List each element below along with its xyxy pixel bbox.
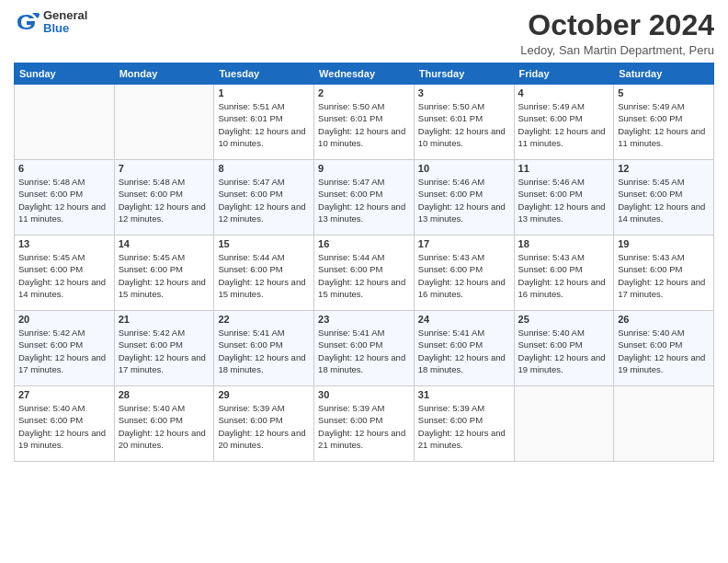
- location-title: Ledoy, San Martin Department, Peru: [520, 43, 714, 57]
- day-info: Sunrise: 5:46 AMSunset: 6:00 PMDaylight:…: [418, 176, 510, 224]
- calendar-cell: 18Sunrise: 5:43 AMSunset: 6:00 PMDayligh…: [514, 236, 614, 311]
- day-number: 2: [318, 87, 410, 98]
- day-number: 20: [18, 314, 110, 325]
- day-info: Sunrise: 5:50 AMSunset: 6:01 PMDaylight:…: [318, 100, 410, 149]
- day-info: Sunrise: 5:43 AMSunset: 6:00 PMDaylight:…: [418, 251, 510, 300]
- day-info: Sunrise: 5:45 AMSunset: 6:00 PMDaylight:…: [618, 176, 710, 224]
- col-saturday: Saturday: [614, 63, 714, 85]
- day-number: 12: [618, 163, 710, 174]
- calendar-table: Sunday Monday Tuesday Wednesday Thursday…: [14, 63, 714, 462]
- day-info: Sunrise: 5:42 AMSunset: 6:00 PMDaylight:…: [119, 327, 210, 375]
- calendar-cell: 22Sunrise: 5:41 AMSunset: 6:00 PMDayligh…: [214, 311, 314, 386]
- day-number: 5: [618, 87, 710, 98]
- day-number: 26: [618, 314, 710, 325]
- day-info: Sunrise: 5:46 AMSunset: 6:00 PMDaylight:…: [518, 176, 610, 224]
- calendar-cell: 11Sunrise: 5:46 AMSunset: 6:00 PMDayligh…: [514, 160, 614, 236]
- calendar-cell: 9Sunrise: 5:47 AMSunset: 6:00 PMDaylight…: [314, 160, 415, 236]
- day-info: Sunrise: 5:39 AMSunset: 6:00 PMDaylight:…: [418, 402, 510, 451]
- day-number: 6: [18, 163, 110, 174]
- calendar-cell: 26Sunrise: 5:40 AMSunset: 6:00 PMDayligh…: [614, 311, 714, 386]
- col-friday: Friday: [514, 63, 614, 85]
- calendar-cell: 27Sunrise: 5:40 AMSunset: 6:00 PMDayligh…: [15, 386, 115, 462]
- day-info: Sunrise: 5:41 AMSunset: 6:00 PMDaylight:…: [218, 327, 310, 375]
- calendar-cell: 5Sunrise: 5:49 AMSunset: 6:00 PMDaylight…: [614, 85, 714, 160]
- calendar-cell: [514, 386, 614, 462]
- calendar-cell: [614, 386, 714, 462]
- day-number: 31: [418, 389, 510, 400]
- day-info: Sunrise: 5:44 AMSunset: 6:00 PMDaylight:…: [318, 251, 410, 300]
- calendar-cell: 21Sunrise: 5:42 AMSunset: 6:00 PMDayligh…: [114, 311, 214, 386]
- calendar-cell: 13Sunrise: 5:45 AMSunset: 6:00 PMDayligh…: [15, 236, 115, 311]
- day-info: Sunrise: 5:51 AMSunset: 6:01 PMDaylight:…: [218, 100, 310, 149]
- calendar-cell: 3Sunrise: 5:50 AMSunset: 6:01 PMDaylight…: [414, 85, 514, 160]
- calendar-cell: 12Sunrise: 5:45 AMSunset: 6:00 PMDayligh…: [614, 160, 714, 236]
- day-number: 1: [218, 87, 310, 98]
- page: General Blue October 2024 Ledoy, San Mar…: [0, 0, 728, 563]
- day-info: Sunrise: 5:45 AMSunset: 6:00 PMDaylight:…: [119, 251, 210, 300]
- day-info: Sunrise: 5:42 AMSunset: 6:00 PMDaylight:…: [18, 327, 110, 375]
- calendar-cell: 31Sunrise: 5:39 AMSunset: 6:00 PMDayligh…: [414, 386, 514, 462]
- day-number: 11: [518, 163, 610, 174]
- header: General Blue October 2024 Ledoy, San Mar…: [14, 9, 714, 57]
- month-title: October 2024: [520, 9, 714, 41]
- day-number: 7: [119, 163, 210, 174]
- logo-icon: [14, 9, 40, 35]
- day-number: 9: [318, 163, 410, 174]
- calendar-cell: 28Sunrise: 5:40 AMSunset: 6:00 PMDayligh…: [114, 386, 214, 462]
- calendar-cell: 15Sunrise: 5:44 AMSunset: 6:00 PMDayligh…: [214, 236, 314, 311]
- calendar-week-3: 13Sunrise: 5:45 AMSunset: 6:00 PMDayligh…: [15, 236, 714, 311]
- title-block: October 2024 Ledoy, San Martin Departmen…: [520, 9, 714, 57]
- calendar-cell: [114, 85, 214, 160]
- day-number: 27: [18, 389, 110, 400]
- day-number: 22: [218, 314, 310, 325]
- calendar-cell: 19Sunrise: 5:43 AMSunset: 6:00 PMDayligh…: [614, 236, 714, 311]
- day-info: Sunrise: 5:47 AMSunset: 6:00 PMDaylight:…: [318, 176, 410, 224]
- day-number: 19: [618, 238, 710, 249]
- day-number: 25: [518, 314, 610, 325]
- day-info: Sunrise: 5:49 AMSunset: 6:00 PMDaylight:…: [518, 100, 610, 149]
- day-number: 21: [119, 314, 210, 325]
- day-number: 29: [218, 389, 310, 400]
- col-monday: Monday: [114, 63, 214, 85]
- day-info: Sunrise: 5:40 AMSunset: 6:00 PMDaylight:…: [518, 327, 610, 375]
- day-info: Sunrise: 5:41 AMSunset: 6:00 PMDaylight:…: [418, 327, 510, 375]
- day-info: Sunrise: 5:41 AMSunset: 6:00 PMDaylight:…: [318, 327, 410, 375]
- calendar-cell: 23Sunrise: 5:41 AMSunset: 6:00 PMDayligh…: [314, 311, 415, 386]
- logo-text: General Blue: [43, 9, 87, 36]
- day-info: Sunrise: 5:50 AMSunset: 6:01 PMDaylight:…: [418, 100, 510, 149]
- calendar-cell: 16Sunrise: 5:44 AMSunset: 6:00 PMDayligh…: [314, 236, 415, 311]
- day-info: Sunrise: 5:40 AMSunset: 6:00 PMDaylight:…: [119, 402, 210, 451]
- day-number: 3: [418, 87, 510, 98]
- calendar-cell: 10Sunrise: 5:46 AMSunset: 6:00 PMDayligh…: [414, 160, 514, 236]
- calendar-cell: 30Sunrise: 5:39 AMSunset: 6:00 PMDayligh…: [314, 386, 415, 462]
- col-wednesday: Wednesday: [314, 63, 415, 85]
- calendar-cell: 4Sunrise: 5:49 AMSunset: 6:00 PMDaylight…: [514, 85, 614, 160]
- logo-blue: Blue: [43, 22, 87, 35]
- day-info: Sunrise: 5:40 AMSunset: 6:00 PMDaylight:…: [618, 327, 710, 375]
- calendar-week-5: 27Sunrise: 5:40 AMSunset: 6:00 PMDayligh…: [15, 386, 714, 462]
- day-info: Sunrise: 5:40 AMSunset: 6:00 PMDaylight:…: [18, 402, 110, 451]
- calendar-cell: 20Sunrise: 5:42 AMSunset: 6:00 PMDayligh…: [15, 311, 115, 386]
- day-info: Sunrise: 5:43 AMSunset: 6:00 PMDaylight:…: [618, 251, 710, 300]
- logo-general: General: [43, 9, 87, 22]
- day-info: Sunrise: 5:47 AMSunset: 6:00 PMDaylight:…: [218, 176, 310, 224]
- calendar-cell: 6Sunrise: 5:48 AMSunset: 6:00 PMDaylight…: [15, 160, 115, 236]
- day-info: Sunrise: 5:39 AMSunset: 6:00 PMDaylight:…: [218, 402, 310, 451]
- day-number: 24: [418, 314, 510, 325]
- day-number: 15: [218, 238, 310, 249]
- day-info: Sunrise: 5:49 AMSunset: 6:00 PMDaylight:…: [618, 100, 710, 149]
- calendar-cell: 17Sunrise: 5:43 AMSunset: 6:00 PMDayligh…: [414, 236, 514, 311]
- day-number: 10: [418, 163, 510, 174]
- day-info: Sunrise: 5:48 AMSunset: 6:00 PMDaylight:…: [119, 176, 210, 224]
- day-number: 4: [518, 87, 610, 98]
- calendar-cell: 24Sunrise: 5:41 AMSunset: 6:00 PMDayligh…: [414, 311, 514, 386]
- calendar-header-row: Sunday Monday Tuesday Wednesday Thursday…: [15, 63, 714, 85]
- day-number: 16: [318, 238, 410, 249]
- day-info: Sunrise: 5:39 AMSunset: 6:00 PMDaylight:…: [318, 402, 410, 451]
- day-info: Sunrise: 5:48 AMSunset: 6:00 PMDaylight:…: [18, 176, 110, 224]
- day-number: 14: [119, 238, 210, 249]
- col-sunday: Sunday: [15, 63, 115, 85]
- calendar-week-2: 6Sunrise: 5:48 AMSunset: 6:00 PMDaylight…: [15, 160, 714, 236]
- day-info: Sunrise: 5:44 AMSunset: 6:00 PMDaylight:…: [218, 251, 310, 300]
- col-thursday: Thursday: [414, 63, 514, 85]
